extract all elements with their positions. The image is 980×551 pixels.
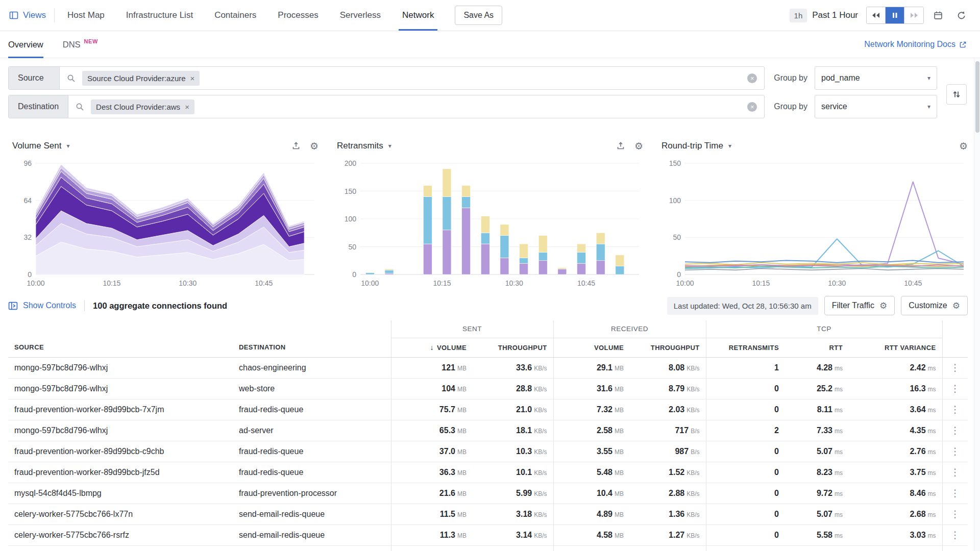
rewind-button[interactable]	[867, 7, 886, 23]
nav-containers[interactable]: Containers	[204, 0, 267, 31]
connection-row[interactable]: celery-worker-5775cbc766-rsrfzsend-email…	[8, 524, 968, 545]
row-kebab-menu[interactable]: ⋮	[950, 467, 960, 477]
connection-row-partial[interactable]: ⋮	[8, 545, 968, 551]
refresh-icon	[957, 11, 966, 20]
connection-row[interactable]: fraud-prevention-worker-89d99bcb-jfz5dfr…	[8, 462, 968, 483]
col-sent-volume[interactable]: ↓VOLUME	[391, 338, 473, 357]
source-cell: mongo-597bc8d796-wlhxj	[8, 357, 233, 378]
connection-row[interactable]: mongo-597bc8d796-wlhxjweb-store104MB28.8…	[8, 378, 968, 399]
calendar-button[interactable]	[929, 7, 947, 23]
row-kebab-menu[interactable]: ⋮	[950, 425, 960, 435]
col-received-volume[interactable]: VOLUME	[553, 338, 630, 357]
svg-text:0: 0	[677, 270, 681, 279]
rtt-cell: 7.33ms	[785, 420, 849, 441]
svg-text:0: 0	[28, 270, 32, 279]
col-sent-throughput[interactable]: THROUGHPUT	[473, 338, 553, 357]
fast-forward-button[interactable]	[904, 7, 923, 23]
source-cell: fraud-prevention-worker-89d99bcb-c9chb	[8, 441, 233, 462]
chip-remove-icon[interactable]: ×	[185, 103, 189, 111]
nav-network[interactable]: Network	[391, 0, 445, 31]
destination-cell: web-store	[233, 378, 391, 399]
refresh-button[interactable]	[952, 7, 971, 23]
gear-icon: ⚙	[952, 302, 960, 310]
row-kebab-menu[interactable]: ⋮	[950, 446, 960, 456]
save-as-button[interactable]: Save As	[455, 6, 502, 25]
nav-infrastructure-list[interactable]: Infrastructure List	[115, 0, 204, 31]
retransmits-metric-selector[interactable]: Retransmits ▾	[337, 141, 391, 151]
round-trip-time-metric-selector[interactable]: Round-trip Time ▾	[662, 141, 731, 151]
connection-row[interactable]: fraud-prevention-worker-89d99bcb-c9chbfr…	[8, 441, 968, 462]
connection-row[interactable]: mysql-54c8f4d45-lbmpgfraud-prevention-pr…	[8, 483, 968, 504]
col-source[interactable]: SOURCE	[8, 338, 233, 357]
row-kebab-menu[interactable]: ⋮	[950, 405, 960, 414]
connection-row[interactable]: celery-worker-5775cbc766-lx77nsend-email…	[8, 504, 968, 524]
col-retransmits[interactable]: RETRANSMITS	[706, 338, 785, 357]
col-received-throughput[interactable]: THROUGHPUT	[630, 338, 706, 357]
source-search-input[interactable]: Source Cloud Provider:azure × ×	[60, 67, 764, 89]
row-kebab-menu[interactable]: ⋮	[950, 363, 960, 372]
row-menu-cell: ⋮	[942, 504, 968, 524]
chevron-down-icon: ▾	[927, 104, 930, 110]
connection-row[interactable]: fraud-prevention-worker-89d99bcb-7x7jmfr…	[8, 399, 968, 420]
network-monitoring-docs-link[interactable]: Network Monitoring Docs	[864, 31, 967, 58]
round-trip-time-chart[interactable]: 05010015010:0010:1510:3010:45	[662, 156, 968, 289]
source-cell: mongo-597bc8d796-wlhxj	[8, 420, 233, 441]
swap-source-destination-button[interactable]	[946, 84, 967, 105]
source-group-by-dropdown[interactable]: pod_name ▾	[815, 66, 937, 90]
nav-host-map[interactable]: Host Map	[57, 0, 115, 31]
connection-row[interactable]: mongo-597bc8d796-wlhxjchaos-engineering1…	[8, 357, 968, 378]
volume-sent-chart[interactable]: 032649610:0010:1510:3010:45	[12, 156, 318, 289]
volume-sent-metric-selector[interactable]: Volume Sent ▾	[12, 141, 69, 151]
pause-button[interactable]	[886, 7, 904, 23]
sent-volume-cell: 21.6MB	[391, 483, 473, 504]
gear-icon[interactable]: ⚙	[310, 141, 318, 151]
destination-filter-chip[interactable]: Dest Cloud Provider:aws ×	[91, 99, 194, 114]
export-chart-button[interactable]	[616, 141, 625, 151]
destination-filter-label: Destination	[9, 95, 68, 118]
tab-dns[interactable]: DNS NEW	[63, 31, 98, 58]
row-kebab-menu[interactable]: ⋮	[950, 384, 960, 393]
time-range-short-badge[interactable]: 1h	[790, 9, 807, 22]
customize-button[interactable]: Customize ⚙	[901, 296, 968, 315]
row-kebab-menu[interactable]: ⋮	[950, 488, 960, 498]
nav-processes[interactable]: Processes	[267, 0, 329, 31]
chart-header: Round-trip Time ▾ ⚙	[662, 136, 968, 156]
time-range-label[interactable]: Past 1 Hour	[812, 10, 858, 20]
chevron-down-icon: ▾	[66, 143, 69, 149]
destination-group-by-dropdown[interactable]: service ▾	[815, 95, 937, 118]
gear-icon[interactable]: ⚙	[959, 141, 968, 151]
destination-cell: fraud-prevention-processor	[233, 483, 391, 504]
filter-traffic-button[interactable]: Filter Traffic ⚙	[824, 296, 895, 315]
row-menu-cell: ⋮	[942, 399, 968, 420]
col-destination[interactable]: DESTINATION	[233, 338, 391, 357]
show-controls-button[interactable]: Show Controls	[8, 301, 76, 311]
row-kebab-menu[interactable]: ⋮	[950, 530, 960, 540]
tab-overview[interactable]: Overview	[8, 31, 43, 58]
col-rtt[interactable]: RTT	[785, 338, 849, 357]
col-rtt-variance[interactable]: RTT VARIANCE	[849, 338, 942, 357]
export-chart-button[interactable]	[291, 141, 301, 151]
search-icon	[76, 103, 84, 111]
group-header-menu-spacer	[942, 320, 968, 338]
scrollbar-thumb[interactable]	[975, 61, 979, 133]
chart-header: Volume Sent ▾ ⚙	[12, 136, 318, 156]
clear-source-filter-button[interactable]: ×	[747, 73, 757, 83]
source-filter-chip[interactable]: Source Cloud Provider:azure ×	[82, 71, 200, 86]
retransmits-chart[interactable]: 05010015020010:0010:1510:3010:45	[337, 156, 643, 289]
chip-remove-icon[interactable]: ×	[190, 74, 195, 82]
rtt-variance-cell: 2.76ms	[849, 441, 942, 462]
clear-destination-filter-button[interactable]: ×	[747, 102, 757, 112]
gear-icon[interactable]: ⚙	[634, 141, 643, 151]
svg-text:100: 100	[345, 215, 357, 223]
views-menu[interactable]: Views	[7, 0, 54, 31]
connection-row[interactable]: mongo-597bc8d796-wlhxjad-server65.3MB18.…	[8, 420, 968, 441]
row-kebab-menu[interactable]: ⋮	[950, 509, 960, 519]
vertical-scrollbar[interactable]	[974, 59, 980, 551]
nav-serverless[interactable]: Serverless	[329, 0, 391, 31]
chart-panel-round-trip-time: Round-trip Time ▾ ⚙ 05010015010:0010:151…	[662, 136, 968, 289]
svg-text:50: 50	[673, 233, 681, 241]
retransmits-cell: 1	[706, 357, 785, 378]
svg-text:10:00: 10:00	[27, 279, 44, 287]
destination-search-input[interactable]: Dest Cloud Provider:aws × ×	[68, 95, 764, 118]
swap-arrows-icon	[952, 90, 961, 99]
